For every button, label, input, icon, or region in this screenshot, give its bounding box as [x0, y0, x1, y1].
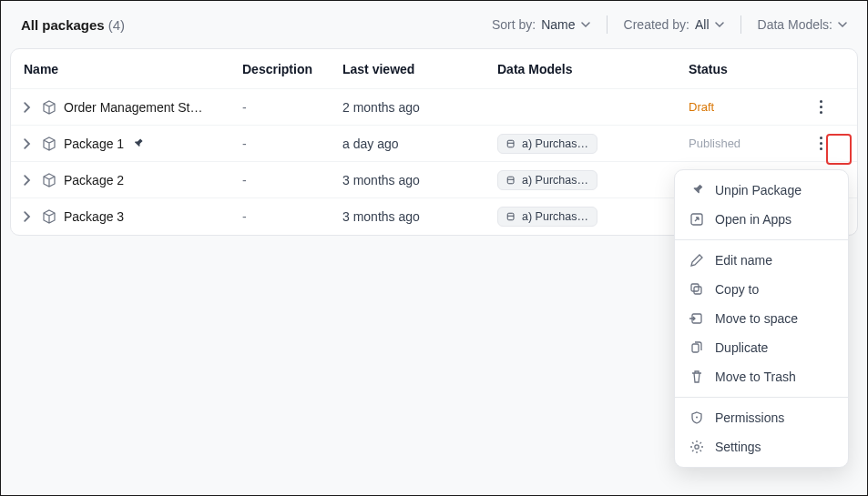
row-description: - [242, 137, 342, 151]
menu-unpin-label: Unpin Package [715, 183, 802, 197]
table-row[interactable]: Package 1-a day agoa) Purchase t…Publish… [11, 126, 857, 162]
menu-edit-label: Edit name [715, 253, 772, 268]
row-data-models: a) Purchase t… [497, 170, 689, 190]
menu-move-to-space[interactable]: Move to space [675, 304, 848, 333]
pin-icon [687, 180, 708, 201]
page-title: All packages (4) [21, 17, 125, 33]
kebab-icon [820, 137, 822, 150]
tag-label: a) Purchase t… [522, 174, 589, 187]
menu-duplicate-label: Duplicate [715, 340, 768, 355]
menu-copy-to[interactable]: Copy to [675, 275, 848, 304]
chevron-right-icon[interactable] [24, 138, 35, 149]
data-model-tag[interactable]: a) Purchase t… [497, 134, 597, 154]
menu-move-space-label: Move to space [715, 311, 798, 326]
pencil-icon [689, 253, 704, 268]
table-row[interactable]: Order Management St…-2 months agoDraft [11, 89, 857, 126]
title-count: (4) [108, 17, 125, 33]
open-icon [689, 212, 704, 227]
menu-duplicate[interactable]: Duplicate [675, 333, 848, 362]
kebab-icon [820, 100, 822, 114]
models-label: Data Models: [758, 17, 832, 32]
tag-label: a) Purchase t… [522, 210, 589, 223]
row-description: - [242, 173, 342, 187]
gear-icon [689, 440, 704, 454]
duplicate-icon [689, 340, 704, 355]
col-data-models[interactable]: Data Models [497, 62, 689, 76]
chevron-down-icon [715, 20, 724, 29]
row-name: Package 2 [64, 173, 124, 187]
separator [740, 15, 741, 34]
menu-edit-name[interactable]: Edit name [675, 246, 848, 275]
row-name: Order Management St… [64, 100, 203, 115]
menu-permissions-label: Permissions [715, 410, 784, 425]
menu-trash-label: Move to Trash [715, 369, 796, 384]
title-text: All packages [21, 17, 105, 33]
package-icon [42, 173, 56, 187]
created-label: Created by: [624, 17, 689, 32]
shield-icon [689, 410, 704, 425]
menu-unpin[interactable]: Unpin Package [675, 176, 848, 205]
package-icon [42, 209, 56, 224]
col-description[interactable]: Description [242, 62, 342, 76]
data-models-dropdown[interactable]: Data Models: [758, 17, 847, 32]
copy-icon [689, 282, 704, 297]
database-icon [505, 175, 516, 186]
row-last-viewed: 3 months ago [342, 173, 497, 187]
row-actions-button[interactable] [808, 131, 833, 157]
menu-open-label: Open in Apps [715, 212, 791, 227]
row-name: Package 3 [64, 209, 124, 224]
sort-label: Sort by: [492, 17, 536, 32]
col-name[interactable]: Name [24, 62, 242, 76]
package-icon [42, 137, 56, 151]
chevron-right-icon[interactable] [24, 102, 35, 113]
menu-separator [675, 239, 848, 240]
sort-by-dropdown[interactable]: Sort by: Name [492, 17, 590, 32]
menu-settings-label: Settings [715, 440, 761, 454]
row-name: Package 1 [64, 137, 124, 151]
menu-settings[interactable]: Settings [675, 432, 848, 461]
package-icon [42, 100, 56, 115]
database-icon [505, 211, 516, 222]
col-status[interactable]: Status [689, 62, 808, 76]
row-last-viewed: a day ago [342, 137, 497, 151]
context-menu: Unpin Package Open in Apps Edit name Cop… [674, 169, 849, 468]
row-last-viewed: 3 months ago [342, 209, 497, 224]
col-last-viewed[interactable]: Last viewed [342, 62, 497, 76]
database-icon [505, 138, 516, 149]
pin-icon [128, 137, 147, 151]
row-description: - [242, 209, 342, 224]
row-last-viewed: 2 months ago [342, 100, 497, 115]
chevron-down-icon [838, 20, 847, 29]
row-data-models: a) Purchase t… [497, 207, 689, 227]
data-model-tag[interactable]: a) Purchase t… [497, 207, 597, 227]
created-by-dropdown[interactable]: Created by: All [624, 17, 724, 32]
menu-open-in-apps[interactable]: Open in Apps [675, 205, 848, 234]
data-model-tag[interactable]: a) Purchase t… [497, 170, 597, 190]
row-status: Draft [689, 100, 808, 114]
chevron-down-icon [581, 20, 590, 29]
trash-icon [689, 369, 704, 384]
separator [607, 15, 608, 34]
created-value: All [695, 17, 710, 32]
move-icon [689, 311, 704, 326]
menu-move-to-trash[interactable]: Move to Trash [675, 362, 848, 391]
table-header: Name Description Last viewed Data Models… [11, 49, 857, 89]
menu-permissions[interactable]: Permissions [675, 403, 848, 432]
menu-copy-label: Copy to [715, 282, 759, 297]
tag-label: a) Purchase t… [522, 137, 589, 150]
chevron-right-icon[interactable] [24, 211, 35, 222]
menu-separator [675, 397, 848, 398]
row-data-models: a) Purchase t… [497, 134, 689, 154]
sort-value: Name [541, 17, 575, 32]
row-actions-button[interactable] [808, 95, 833, 120]
row-description: - [242, 100, 342, 115]
chevron-right-icon[interactable] [24, 175, 35, 186]
row-status: Published [689, 137, 808, 150]
